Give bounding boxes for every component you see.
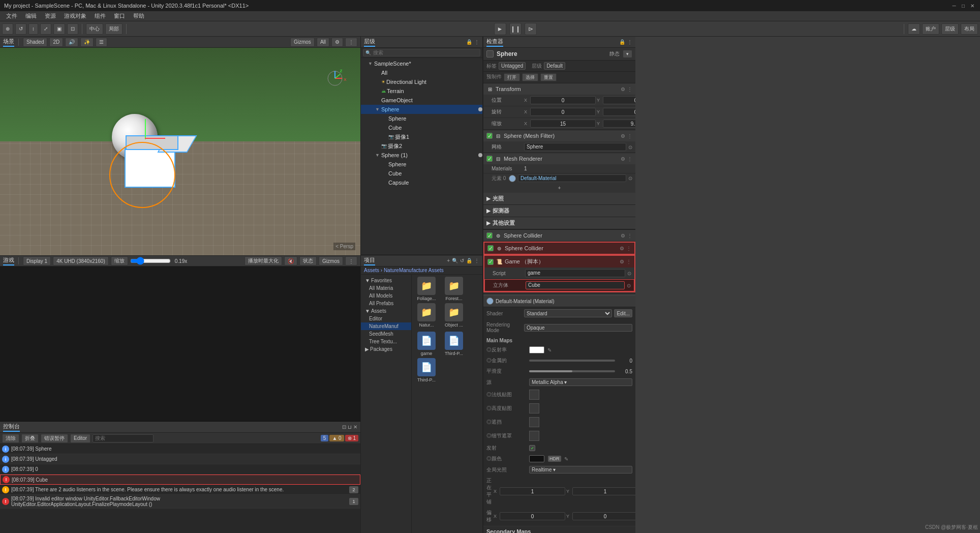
inspector-more-btn[interactable]: ⋮ xyxy=(627,39,632,45)
menu-file[interactable]: 文件 xyxy=(2,11,21,21)
console-close-btn[interactable]: ✕ xyxy=(353,424,357,430)
layout-button[interactable]: 布局 xyxy=(961,23,978,35)
component-gear-icon[interactable]: ⚙ xyxy=(620,259,624,264)
game-gizmos-button[interactable]: Gizmos xyxy=(319,256,343,265)
hierarchy-item-sphere-child[interactable]: Sphere xyxy=(361,114,482,123)
emission-toggle[interactable]: ✓ xyxy=(529,445,535,451)
sphere-collider-1-enabled[interactable]: ✓ xyxy=(486,232,493,239)
menu-window[interactable]: 窗口 xyxy=(110,11,129,21)
play-button[interactable]: ► xyxy=(494,23,506,35)
occlusion-texture[interactable] xyxy=(529,417,539,427)
folder-all-material[interactable]: All Materia xyxy=(361,284,411,292)
asset-item-foliage[interactable]: 📁 Foliage... xyxy=(414,277,439,301)
hierarchy-item-sphere[interactable]: ▼ Sphere xyxy=(361,105,482,114)
normal-map-texture[interactable] xyxy=(529,390,539,400)
hierarchy-item-camera1[interactable]: 📷 摄像1 xyxy=(361,132,482,141)
source-value[interactable]: Metallic Alpha ▾ xyxy=(529,378,632,386)
scale-y[interactable] xyxy=(603,120,635,128)
hierarchy-search[interactable] xyxy=(373,50,478,55)
offset-x[interactable] xyxy=(500,512,565,520)
warning-count[interactable]: ▲ 0 xyxy=(329,435,344,441)
static-dropdown[interactable]: ▾ xyxy=(623,50,632,58)
scale-slider[interactable] xyxy=(130,257,171,265)
hierarchy-item-gameobject[interactable]: GameObject xyxy=(361,96,482,105)
asset-item-game[interactable]: 📄 game xyxy=(414,332,439,356)
folder-nature[interactable]: NatureManuf xyxy=(361,322,411,330)
step-button[interactable]: ⊳ xyxy=(525,23,537,35)
error-count[interactable]: ⊗ 1 xyxy=(345,435,358,441)
other-settings-header[interactable]: ▶ 其他设置 xyxy=(483,217,635,229)
object-active-checkbox[interactable] xyxy=(486,50,494,57)
mesh-renderer-enabled[interactable]: ✓ xyxy=(486,156,493,162)
shading-mode-button[interactable]: Shaded xyxy=(23,38,47,47)
component-gear-icon[interactable]: ⚙ xyxy=(621,233,625,239)
shader-edit-btn[interactable]: Edit... xyxy=(614,309,632,317)
folder-editor[interactable]: Editor xyxy=(361,315,411,322)
asset-item-forest[interactable]: 📁 Forest... xyxy=(441,277,467,301)
component-gear-icon[interactable]: ⚙ xyxy=(621,86,625,92)
rotation-x[interactable] xyxy=(530,108,596,116)
rendering-mode-value[interactable]: Opaque xyxy=(524,324,632,332)
tiling-y[interactable] xyxy=(572,487,635,495)
hierarchy-lock-btn[interactable]: 🔒 xyxy=(466,39,472,45)
tool-rect[interactable]: ⤢ xyxy=(40,23,51,35)
maximize-button[interactable]: □ xyxy=(960,2,967,9)
position-x[interactable] xyxy=(530,96,596,104)
scene-canvas[interactable]: Y X Z < Persp xyxy=(0,48,360,255)
asset-item-natur[interactable]: 📁 Natur... xyxy=(414,303,439,328)
cube-field-value[interactable]: Cube xyxy=(526,281,625,289)
project-refresh-btn[interactable]: ↺ xyxy=(460,258,464,263)
folder-favorites[interactable]: ▼ Favorites xyxy=(361,277,411,284)
console-row[interactable]: i [08:07:39] Sphere xyxy=(0,444,360,454)
albedo-edit-icon[interactable]: ✎ xyxy=(547,347,552,353)
prefab-select-btn[interactable]: 选择 xyxy=(522,73,538,81)
hierarchy-item-terrain[interactable]: ⛰ Terrain xyxy=(361,86,482,96)
inspector-scroll[interactable]: Sphere 静态 ▾ 标签 Untagged 层级 Default 预制件 打… xyxy=(483,48,635,533)
prefab-open-btn[interactable]: 打开 xyxy=(504,73,520,81)
tiling-x[interactable] xyxy=(500,487,565,495)
tool-move[interactable]: ⊕ xyxy=(2,23,13,35)
2d-button[interactable]: 2D xyxy=(49,38,63,47)
tool-transform[interactable]: ▣ xyxy=(53,23,65,35)
folder-packages[interactable]: ▶ Packages xyxy=(361,345,411,353)
hierarchy-more-btn[interactable]: ⋮ xyxy=(474,39,479,45)
hierarchy-item-camera2[interactable]: 📷 摄像2 xyxy=(361,141,482,151)
tag-value[interactable]: Untagged xyxy=(499,62,526,70)
asset-item-third2[interactable]: 📄 Third-P... xyxy=(414,358,439,382)
albedo-color[interactable] xyxy=(529,346,544,353)
position-y[interactable] xyxy=(603,96,635,104)
cube-target-icon[interactable]: ⊙ xyxy=(627,283,631,288)
component-gear-icon[interactable]: ⚙ xyxy=(621,133,625,139)
rotation-y[interactable] xyxy=(603,108,635,116)
mesh-filter-header[interactable]: ✓ ⊟ Sphere (Mesh Filter) ⚙ ⋮ xyxy=(483,130,635,141)
component-more-icon[interactable]: ⋮ xyxy=(627,156,632,162)
console-search[interactable] xyxy=(93,434,154,442)
console-tab-label[interactable]: 控制台 xyxy=(3,423,20,432)
layer-value[interactable]: Default xyxy=(544,62,565,70)
console-row[interactable]: i [08:07:39] Untagged xyxy=(0,454,360,464)
asset-item-third1[interactable]: 📄 Third-P... xyxy=(441,332,467,356)
menu-edit[interactable]: 编辑 xyxy=(21,11,41,21)
editor-dropdown[interactable]: Editor xyxy=(70,434,90,443)
all-button[interactable]: All xyxy=(317,38,329,47)
hidden-objects-button[interactable]: ☰ xyxy=(96,38,107,47)
smoothness-slider[interactable] xyxy=(529,370,615,372)
console-row[interactable]: i [08:07:39] 0 xyxy=(0,464,360,475)
tool-scale[interactable]: ↕ xyxy=(28,23,38,35)
audio-button[interactable]: 🔊 xyxy=(65,38,78,47)
console-window-btn[interactable]: ⊡ xyxy=(342,424,346,430)
scene-tab-label[interactable]: 场景 xyxy=(3,38,14,47)
game-more-button[interactable]: ⋮ xyxy=(345,256,357,265)
tool-rotate[interactable]: ↺ xyxy=(15,23,26,35)
gi-value[interactable]: Realtime ▾ xyxy=(529,466,632,473)
component-more-icon[interactable]: ⋮ xyxy=(626,246,631,251)
component-more-icon[interactable]: ⋮ xyxy=(627,233,632,239)
add-material-btn[interactable]: + xyxy=(483,183,635,193)
height-map-texture[interactable] xyxy=(529,403,539,413)
project-more-btn[interactable]: ⋮ xyxy=(474,258,479,263)
secondary-maps-header[interactable]: Secondary Maps xyxy=(486,528,632,533)
game-script-enabled[interactable]: ✓ xyxy=(487,259,494,265)
component-more-icon[interactable]: ⋮ xyxy=(626,259,631,264)
folder-assets[interactable]: ▼ Assets xyxy=(361,307,411,315)
detail-mask-texture[interactable] xyxy=(529,431,539,441)
